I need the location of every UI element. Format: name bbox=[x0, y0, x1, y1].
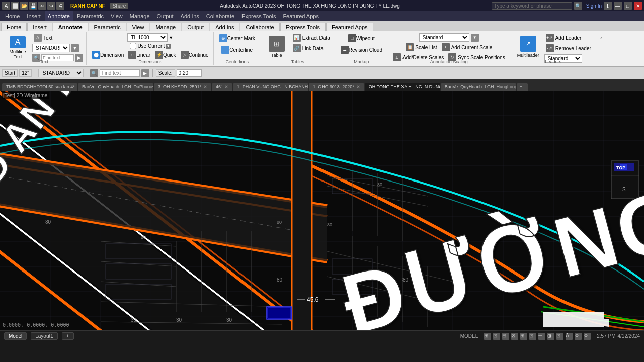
transparency-icon[interactable]: ◑ bbox=[547, 333, 554, 340]
wipeout-btn[interactable]: □ Wipeout bbox=[347, 33, 376, 43]
tab-view[interactable]: View bbox=[127, 23, 150, 31]
model-tab[interactable]: Model bbox=[4, 332, 27, 340]
tab-collaborate[interactable]: Collaborate bbox=[240, 23, 279, 31]
multileader-btn[interactable]: ↗ Multileader bbox=[514, 33, 542, 60]
settings-icon[interactable]: ⚙ bbox=[584, 333, 591, 340]
save-btn[interactable]: 💾 bbox=[29, 2, 37, 10]
share-btn[interactable]: Share bbox=[110, 3, 129, 9]
style-dropdown-icon[interactable]: ▼ bbox=[71, 44, 79, 52]
continue-btn[interactable]: ▷ Continue bbox=[179, 50, 210, 59]
print-btn[interactable]: 🖨 bbox=[56, 2, 64, 10]
table-btn[interactable]: ⊞ Table bbox=[264, 33, 289, 60]
dim-dropdown-arrow[interactable]: ▼ bbox=[169, 35, 173, 40]
remove-leader-btn[interactable]: -↗ Remove Leader bbox=[544, 44, 593, 53]
tab-insert[interactable]: Insert bbox=[27, 23, 52, 31]
snap-icon[interactable]: ⊡ bbox=[493, 333, 500, 340]
annotation-icon[interactable]: A bbox=[566, 333, 573, 340]
signin-btn[interactable]: Sign In bbox=[586, 3, 602, 9]
linear-btn[interactable]: ↔ Linear bbox=[127, 50, 152, 59]
doc-tab-5[interactable]: 1. OHC 6013 -2020* ✕ bbox=[309, 83, 364, 90]
lineweight-icon[interactable]: ─ bbox=[538, 333, 545, 340]
menu-express[interactable]: Express Tools bbox=[238, 11, 279, 21]
annotation-scale-expand[interactable]: ▼ bbox=[471, 34, 479, 42]
find-go-icon[interactable]: ▶ bbox=[141, 69, 149, 77]
redo-btn[interactable]: ↪ bbox=[47, 2, 55, 10]
multiline-text-btn[interactable]: A Multiline Text bbox=[5, 34, 30, 61]
menu-annotate[interactable]: Annotate bbox=[45, 11, 73, 21]
use-current-checkbox[interactable] bbox=[130, 43, 136, 49]
tab-parametric[interactable]: Parametric bbox=[89, 23, 126, 31]
tab-express[interactable]: Express Tools bbox=[280, 23, 326, 31]
add-tab-icon[interactable]: + bbox=[520, 84, 522, 89]
centerline-btn[interactable]: ─ Centerline bbox=[220, 45, 254, 55]
scale-input[interactable] bbox=[177, 69, 202, 77]
menu-parametric[interactable]: Parametric bbox=[74, 11, 107, 21]
menu-output[interactable]: Output bbox=[154, 11, 177, 21]
search-input[interactable] bbox=[492, 2, 572, 10]
tab-manage[interactable]: Manage bbox=[150, 23, 181, 31]
dim-options-icon[interactable]: ▼ bbox=[166, 44, 171, 49]
layout1-tab[interactable]: Layout1 bbox=[31, 332, 58, 340]
quick-btn[interactable]: ⚡ Quick bbox=[153, 50, 178, 59]
open-btn[interactable]: 📂 bbox=[20, 2, 28, 10]
autocad-logo[interactable]: A bbox=[2, 2, 10, 10]
otrack-icon[interactable]: ⊡ bbox=[529, 333, 536, 340]
extract-data-btn[interactable]: 📊 Extract Data bbox=[291, 33, 332, 42]
menu-addins[interactable]: Add-ins bbox=[178, 11, 202, 21]
minimize-btn[interactable]: — bbox=[614, 2, 622, 10]
dimension-style-dropdown[interactable]: TL 1000 bbox=[127, 33, 168, 42]
ribbon-expand-btn[interactable]: › bbox=[597, 32, 605, 65]
close-btn[interactable]: ✕ bbox=[634, 2, 642, 10]
osnap-icon[interactable]: ⊞ bbox=[520, 333, 527, 340]
maximize-btn[interactable]: □ bbox=[624, 2, 632, 10]
undo-btn[interactable]: ↩ bbox=[38, 2, 46, 10]
style-dropdown[interactable]: STANDARD bbox=[32, 44, 70, 52]
doc-tab-4[interactable]: 1- PHAN VUNG OHC...N BCHANH - MOI* ✕ bbox=[233, 83, 308, 90]
menu-collaborate[interactable]: Collaborate bbox=[203, 11, 237, 21]
size-value[interactable]: 12" bbox=[19, 69, 32, 77]
ortho-icon[interactable]: ⊟ bbox=[502, 333, 509, 340]
add-layout-btn[interactable]: + bbox=[62, 332, 74, 340]
tab-addins[interactable]: Add-ins bbox=[210, 23, 239, 31]
doc-tab-7[interactable]: BanVe_QuyHoach_LGH_HungLong ✕ bbox=[441, 83, 516, 90]
info-icon[interactable]: ℹ bbox=[604, 2, 612, 10]
doc-tab-3[interactable]: 46" ✕ bbox=[212, 83, 232, 90]
tab-home[interactable]: Home bbox=[1, 23, 27, 31]
canvas-area[interactable]: 80 80 80 80 80 30 80 80 80 80 80 30 30 3… bbox=[0, 90, 644, 330]
center-mark-btn[interactable]: ⊕ Center Mark bbox=[218, 33, 257, 43]
doc-tab-1[interactable]: BanVe_QuyHoach_LGH_DaPhuoc* ✕ bbox=[78, 83, 153, 90]
workspace-icon[interactable]: ⚙ bbox=[575, 333, 582, 340]
selection-icon[interactable]: ⊡ bbox=[556, 333, 564, 340]
grid-icon[interactable]: ⊞ bbox=[484, 333, 491, 340]
tab-annotate[interactable]: Annotate bbox=[53, 23, 88, 31]
expand-icon[interactable]: › bbox=[600, 33, 602, 40]
menu-view[interactable]: View bbox=[108, 11, 126, 21]
scale-list-btn[interactable]: 📋 Scale List bbox=[404, 43, 438, 52]
text-btn[interactable]: A Text bbox=[32, 33, 83, 42]
polar-icon[interactable]: ⊠ bbox=[511, 333, 518, 340]
menu-insert[interactable]: Insert bbox=[24, 11, 44, 21]
dimension-btn[interactable]: ⬤ Dimension bbox=[91, 50, 125, 59]
revision-cloud-btn[interactable]: ☁ Revision Cloud bbox=[339, 45, 384, 55]
doc-tab-6[interactable]: OH TONG THE XA H...NG IN DUNG TY LE* ✕ bbox=[365, 83, 440, 90]
doc-tab-close-2[interactable]: ✕ bbox=[203, 84, 207, 89]
tab-featured[interactable]: Featured Apps bbox=[326, 23, 373, 31]
doc-tab-2[interactable]: 3. OH KHSDD_2591* ✕ bbox=[154, 83, 211, 90]
add-current-scale-btn[interactable]: + Add Current Scale bbox=[440, 43, 494, 52]
tab-output[interactable]: Output bbox=[182, 23, 209, 31]
link-data-btn[interactable]: 🔗 Link Data bbox=[291, 44, 332, 53]
menu-home[interactable]: Home bbox=[2, 11, 23, 21]
annotation-scale-dropdown[interactable]: Standard bbox=[419, 33, 469, 42]
doc-tab-close-3[interactable]: ✕ bbox=[224, 84, 228, 89]
doc-tab-close-5[interactable]: ✕ bbox=[356, 84, 360, 89]
menu-manage[interactable]: Manage bbox=[127, 11, 153, 21]
doc-tab-close-0[interactable]: ✕ bbox=[77, 84, 77, 89]
find-text-toolbar[interactable] bbox=[100, 69, 140, 77]
menu-featured[interactable]: Featured Apps bbox=[280, 11, 322, 21]
doc-tab-0[interactable]: TMB-BDDCHHDTOL50 sua lan 4* ✕ bbox=[2, 83, 77, 90]
add-leader-btn[interactable]: +↗ Add Leader bbox=[544, 33, 593, 42]
search-icon[interactable]: 🔍 bbox=[574, 2, 582, 10]
style-select[interactable]: STANDARD bbox=[38, 69, 84, 77]
doc-tab-add[interactable]: + bbox=[517, 83, 528, 90]
new-btn[interactable]: ⬜ bbox=[11, 2, 19, 10]
